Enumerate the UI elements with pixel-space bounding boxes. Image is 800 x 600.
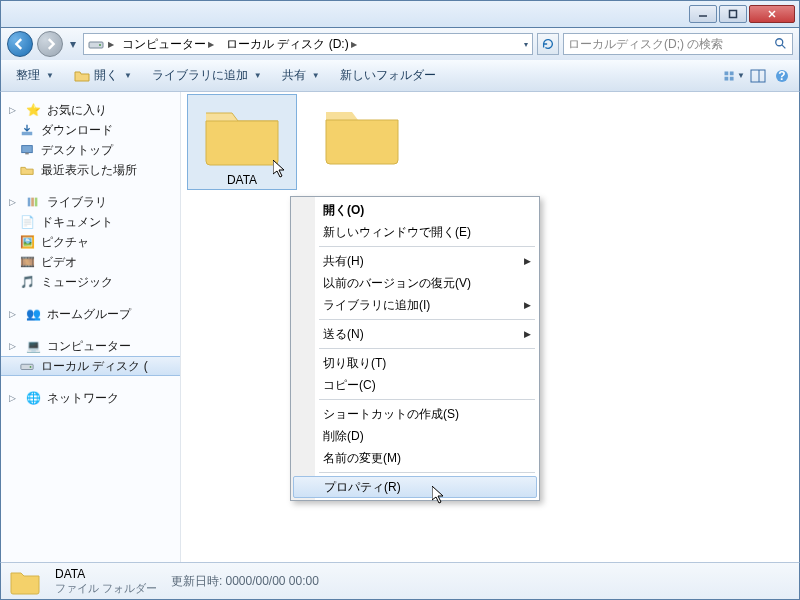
address-dropdown[interactable]: ▾ (524, 40, 528, 49)
details-modified: 更新日時: 0000/00/00 00:00 (171, 573, 319, 590)
nav-history-dropdown[interactable]: ▾ (67, 34, 79, 54)
back-button[interactable] (7, 31, 33, 57)
submenu-arrow-icon: ▶ (524, 329, 531, 339)
menu-cut[interactable]: 切り取り(T) (293, 352, 537, 374)
toolbar: 整理▼ 開く▼ ライブラリに追加▼ 共有▼ 新しいフォルダー ▼ ? (0, 60, 800, 92)
folder-item-data[interactable]: DATA (187, 94, 297, 190)
music-icon: 🎵 (19, 274, 35, 290)
folder-item-2[interactable] (307, 94, 417, 174)
chevron-right-icon: ▶ (108, 40, 114, 49)
download-icon (19, 122, 35, 138)
sidebar-favorites[interactable]: ▷⭐お気に入り (1, 100, 180, 120)
sidebar-item-music[interactable]: 🎵ミュージック (1, 272, 180, 292)
svg-rect-1 (730, 11, 737, 18)
add-to-library-button[interactable]: ライブラリに追加▼ (143, 64, 271, 88)
forward-button[interactable] (37, 31, 63, 57)
folder-icon (9, 565, 41, 597)
sidebar-item-documents[interactable]: 📄ドキュメント (1, 212, 180, 232)
svg-point-23 (30, 366, 32, 368)
sidebar-item-desktop[interactable]: デスクトップ (1, 140, 180, 160)
svg-rect-9 (730, 71, 734, 75)
context-menu: 開く(O) 新しいウィンドウで開く(E) 共有(H)▶ 以前のバージョンの復元(… (290, 196, 540, 501)
share-button[interactable]: 共有▼ (273, 64, 329, 88)
menu-add-to-library[interactable]: ライブラリに追加(I)▶ (293, 294, 537, 316)
search-placeholder: ローカルディスク(D;) の検索 (568, 36, 723, 53)
preview-pane-button[interactable] (747, 65, 769, 87)
new-folder-button[interactable]: 新しいフォルダー (331, 64, 445, 88)
organize-button[interactable]: 整理▼ (7, 64, 63, 88)
refresh-button[interactable] (537, 33, 559, 55)
favorites-icon: ⭐ (25, 102, 41, 118)
videos-icon: 🎞️ (19, 254, 35, 270)
close-button[interactable] (749, 5, 795, 23)
menu-separator (319, 246, 535, 247)
sidebar-item-downloads[interactable]: ダウンロード (1, 120, 180, 140)
sidebar-item-recent[interactable]: 最近表示した場所 (1, 160, 180, 180)
maximize-button[interactable] (719, 5, 747, 23)
svg-rect-12 (751, 70, 765, 82)
folder-open-icon (74, 68, 90, 84)
svg-rect-18 (25, 153, 29, 155)
drive-icon (19, 358, 35, 374)
submenu-arrow-icon: ▶ (524, 300, 531, 310)
menu-rename[interactable]: 名前の変更(M) (293, 447, 537, 469)
menu-separator (319, 348, 535, 349)
sidebar-network[interactable]: ▷🌐ネットワーク (1, 388, 180, 408)
submenu-arrow-icon: ▶ (524, 256, 531, 266)
svg-rect-19 (28, 198, 31, 207)
svg-point-5 (99, 44, 101, 46)
menu-share[interactable]: 共有(H)▶ (293, 250, 537, 272)
computer-icon: 💻 (25, 338, 41, 354)
drive-icon (88, 36, 104, 52)
sidebar-computer[interactable]: ▷💻コンピューター (1, 336, 180, 356)
svg-rect-17 (22, 146, 33, 153)
menu-restore-previous[interactable]: 以前のバージョンの復元(V) (293, 272, 537, 294)
svg-rect-20 (31, 198, 34, 207)
homegroup-icon: 👥 (25, 306, 41, 322)
menu-open-new-window[interactable]: 新しいウィンドウで開く(E) (293, 221, 537, 243)
titlebar (0, 0, 800, 28)
folder-icon (322, 98, 402, 168)
details-pane: DATA ファイル フォルダー 更新日時: 0000/00/00 00:00 (0, 562, 800, 600)
menu-properties[interactable]: プロパティ(R) (293, 476, 537, 498)
svg-line-7 (782, 45, 786, 49)
svg-rect-10 (725, 76, 729, 80)
sidebar-homegroup[interactable]: ▷👥ホームグループ (1, 304, 180, 324)
desktop-icon (19, 142, 35, 158)
details-name: DATA (55, 567, 157, 581)
sidebar-libraries[interactable]: ▷ライブラリ (1, 192, 180, 212)
breadcrumb-drive[interactable]: ローカル ディスク (D:) ▶ (222, 34, 361, 54)
menu-separator (319, 319, 535, 320)
menu-create-shortcut[interactable]: ショートカットの作成(S) (293, 403, 537, 425)
document-icon: 📄 (19, 214, 35, 230)
menu-copy[interactable]: コピー(C) (293, 374, 537, 396)
nav-row: ▾ ▶ コンピューター ▶ ローカル ディスク (D:) ▶ ▾ ローカルディス… (0, 28, 800, 60)
minimize-button[interactable] (689, 5, 717, 23)
search-box[interactable]: ローカルディスク(D;) の検索 (563, 33, 793, 55)
pictures-icon: 🖼️ (19, 234, 35, 250)
help-button[interactable]: ? (771, 65, 793, 87)
details-type: ファイル フォルダー (55, 581, 157, 595)
recent-icon (19, 162, 35, 178)
svg-point-6 (776, 39, 783, 46)
network-icon: 🌐 (25, 390, 41, 406)
navigation-pane: ▷⭐お気に入り ダウンロード デスクトップ 最近表示した場所 ▷ライブラリ 📄ド… (1, 92, 181, 562)
menu-delete[interactable]: 削除(D) (293, 425, 537, 447)
menu-open[interactable]: 開く(O) (293, 199, 537, 221)
svg-rect-8 (725, 71, 729, 75)
folder-label: DATA (188, 171, 296, 189)
menu-separator (319, 399, 535, 400)
sidebar-item-pictures[interactable]: 🖼️ピクチャ (1, 232, 180, 252)
view-options-button[interactable]: ▼ (723, 65, 745, 87)
svg-rect-21 (35, 198, 38, 207)
breadcrumb-computer[interactable]: コンピューター ▶ (118, 34, 218, 54)
libraries-icon (25, 194, 41, 210)
open-button[interactable]: 開く▼ (65, 64, 141, 88)
svg-text:?: ? (778, 69, 785, 83)
menu-separator (319, 472, 535, 473)
sidebar-item-local-disk[interactable]: ローカル ディスク ( (1, 356, 180, 376)
sidebar-item-videos[interactable]: 🎞️ビデオ (1, 252, 180, 272)
menu-send-to[interactable]: 送る(N)▶ (293, 323, 537, 345)
address-bar[interactable]: ▶ コンピューター ▶ ローカル ディスク (D:) ▶ ▾ (83, 33, 533, 55)
svg-rect-16 (22, 132, 33, 136)
